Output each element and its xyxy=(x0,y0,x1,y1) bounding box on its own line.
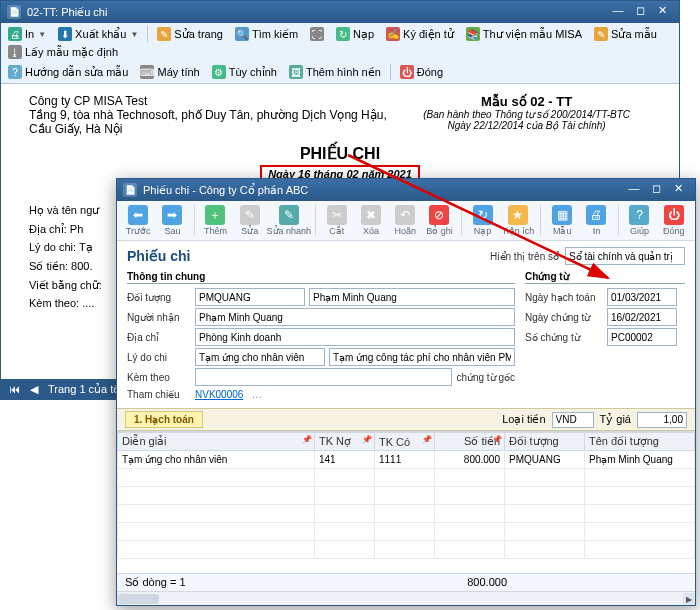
col-amount[interactable]: Số tiền📌 xyxy=(435,433,505,451)
ref-link[interactable]: NVK00006 xyxy=(195,389,243,400)
col-objname[interactable]: Tên đối tượng xyxy=(585,433,695,451)
attach-input[interactable] xyxy=(195,368,452,386)
company-name: Công ty CP MISA Test xyxy=(29,94,390,108)
export-button[interactable]: ⬇Xuất khẩu▼ xyxy=(55,26,141,42)
utility-button[interactable]: ★Tiện ích xyxy=(502,205,535,236)
col-obj[interactable]: Đối tượng xyxy=(505,433,585,451)
company-address: Tầng 9, tòa nhà Technosoft, phố Duy Tân,… xyxy=(29,108,390,136)
cell-objname[interactable]: Phạm Minh Quang xyxy=(585,451,695,469)
default-button[interactable]: ⭳Lấy mẫu mặc định xyxy=(5,44,121,60)
next-button[interactable]: ➡Sau xyxy=(157,205,187,236)
tab-row: 1. Hạch toán Loại tiền Tỷ giá xyxy=(117,408,695,431)
col-desc[interactable]: Diễn giải📌 xyxy=(118,433,315,451)
editform-button[interactable]: ✎Sửa mẫu xyxy=(591,26,660,42)
doc-title: PHIẾU CHI xyxy=(29,144,651,163)
find-button[interactable]: 🔍Tìm kiếm xyxy=(232,26,301,42)
win2-minimize[interactable]: — xyxy=(623,182,645,198)
reason-detail-input[interactable] xyxy=(329,348,515,366)
currency-label: Loại tiền xyxy=(502,413,545,426)
guide-button[interactable]: ?Hướng dẫn sửa mẫu xyxy=(5,64,131,80)
cell-amount[interactable]: 800.000 xyxy=(435,451,505,469)
quickedit-button[interactable]: ✎Sửa nhanh xyxy=(269,205,309,236)
win1-titlebar: 📄 02-TT: Phiếu chi — ◻ ✕ xyxy=(1,1,679,23)
col-tkco[interactable]: TK Có📌 xyxy=(375,433,435,451)
grid-row[interactable]: Tạm ứng cho nhân viên 141 1111 800.000 P… xyxy=(118,451,695,469)
close-doc-button[interactable]: ⏻Đóng xyxy=(397,64,446,80)
sum-amount: 800.000 xyxy=(467,576,507,589)
h-scrollbar[interactable]: ◀ ▶ xyxy=(117,591,695,605)
accounting-date-input[interactable] xyxy=(607,288,677,306)
zoom-control[interactable]: ⛶ xyxy=(307,26,327,42)
win1-title: 02-TT: Phiếu chi xyxy=(27,6,607,19)
scroll-right-icon[interactable]: ▶ xyxy=(683,593,695,605)
bgimage-button[interactable]: 🖼Thêm hình nền xyxy=(286,64,384,80)
nav-prev-icon[interactable]: ◀ xyxy=(30,383,38,396)
delete-button[interactable]: ✖Xóa xyxy=(356,205,386,236)
win2-titlebar: 📄 Phiếu chi - Công ty Cổ phần ABC — ◻ ✕ xyxy=(117,179,695,201)
voucher-date-input[interactable] xyxy=(607,308,677,326)
voucher-no-input[interactable] xyxy=(607,328,677,346)
lbl-receiver: Người nhận xyxy=(127,312,191,323)
group-general: Thông tin chung xyxy=(127,271,515,284)
lbl-address: Địa chỉ xyxy=(127,332,191,343)
scroll-thumb[interactable] xyxy=(119,594,159,604)
calc-button[interactable]: ⌨Máy tính xyxy=(137,64,202,80)
win2-maximize[interactable]: ◻ xyxy=(645,182,667,198)
rate-label: Tỷ giá xyxy=(600,413,631,426)
display-label: Hiển thị trên sổ xyxy=(490,251,559,262)
undo-button[interactable]: ↶Hoãn xyxy=(390,205,420,236)
editpage-button[interactable]: ✎Sửa trang xyxy=(154,26,226,42)
lbl-attach: Kèm theo xyxy=(127,372,191,383)
row-count: Số dòng = 1 xyxy=(125,576,186,589)
object-name-input[interactable] xyxy=(309,288,515,306)
display-select[interactable] xyxy=(565,247,685,265)
form-sub1: (Ban hành theo Thông tư số 200/2014/TT-B… xyxy=(402,109,651,120)
sign-button[interactable]: ✍Ký điện tử xyxy=(383,26,457,42)
cell-obj[interactable]: PMQUANG xyxy=(505,451,585,469)
unwrite-button[interactable]: ⊘Bỏ ghi xyxy=(424,205,454,236)
rate-input[interactable] xyxy=(637,412,687,428)
tab-accounting[interactable]: 1. Hạch toán xyxy=(125,411,203,428)
help-button[interactable]: ?Giúp xyxy=(624,205,654,236)
minimize-button[interactable]: — xyxy=(607,4,629,20)
address-input[interactable] xyxy=(195,328,515,346)
group-voucher: Chứng từ xyxy=(525,271,685,284)
lbl-accdate: Ngày hạch toán xyxy=(525,292,603,303)
entries-grid[interactable]: Diễn giải📌 TK Nợ📌 TK Có📌 Số tiền📌 Đối tư… xyxy=(117,431,695,573)
template-button[interactable]: ▦Mẫu xyxy=(547,205,577,236)
cell-desc[interactable]: Tạm ứng cho nhân viên xyxy=(118,451,315,469)
print-button[interactable]: 🖨In▼ xyxy=(5,26,49,42)
custom-button[interactable]: ⚙Tùy chỉnh xyxy=(209,64,280,80)
receiver-input[interactable] xyxy=(195,308,515,326)
library-button[interactable]: 📚Thư viện mẫu MISA xyxy=(463,26,585,42)
edit-button[interactable]: ✎Sửa xyxy=(235,205,265,236)
reload-button[interactable]: ↻Nạp xyxy=(467,205,497,236)
reason-select[interactable] xyxy=(195,348,325,366)
win2-title: Phiếu chi - Công ty Cổ phần ABC xyxy=(143,184,623,197)
win2-toolbar: ⬅Trước ➡Sau ＋Thêm ✎Sửa ✎Sửa nhanh ✂Cắt ✖… xyxy=(117,201,695,241)
ref-more-icon[interactable]: … xyxy=(251,388,262,400)
lbl-ref: Tham chiếu xyxy=(127,389,191,400)
lbl-object: Đối tượng xyxy=(127,292,191,303)
load-button[interactable]: ↻Nạp xyxy=(333,26,377,42)
print2-button[interactable]: 🖨In xyxy=(581,205,611,236)
currency-input[interactable] xyxy=(552,412,594,428)
form-number: Mẫu số 02 - TT xyxy=(402,94,651,109)
form-sub2: Ngày 22/12/2014 của Bộ Tài chính) xyxy=(402,120,651,131)
lbl-docno: Số chứng từ xyxy=(525,332,603,343)
object-code-input[interactable] xyxy=(195,288,305,306)
prev-button[interactable]: ⬅Trước xyxy=(123,205,153,236)
grid-footer: Số dòng = 1 800.000 xyxy=(117,573,695,591)
close-button[interactable]: ✕ xyxy=(651,4,673,20)
voucher-icon: 📄 xyxy=(123,183,137,197)
add-button[interactable]: ＋Thêm xyxy=(200,205,230,236)
cell-tkco[interactable]: 1111 xyxy=(375,451,435,469)
cell-tkno[interactable]: 141 xyxy=(315,451,375,469)
close2-button[interactable]: ⏻Đóng xyxy=(659,205,689,236)
maximize-button[interactable]: ◻ xyxy=(629,4,651,20)
nav-first-icon[interactable]: ⏮ xyxy=(9,383,20,395)
cut-button[interactable]: ✂Cắt xyxy=(322,205,352,236)
win2-close[interactable]: ✕ xyxy=(667,182,689,198)
col-tkno[interactable]: TK Nợ📌 xyxy=(315,433,375,451)
lbl-vdate: Ngày chứng từ xyxy=(525,312,603,323)
